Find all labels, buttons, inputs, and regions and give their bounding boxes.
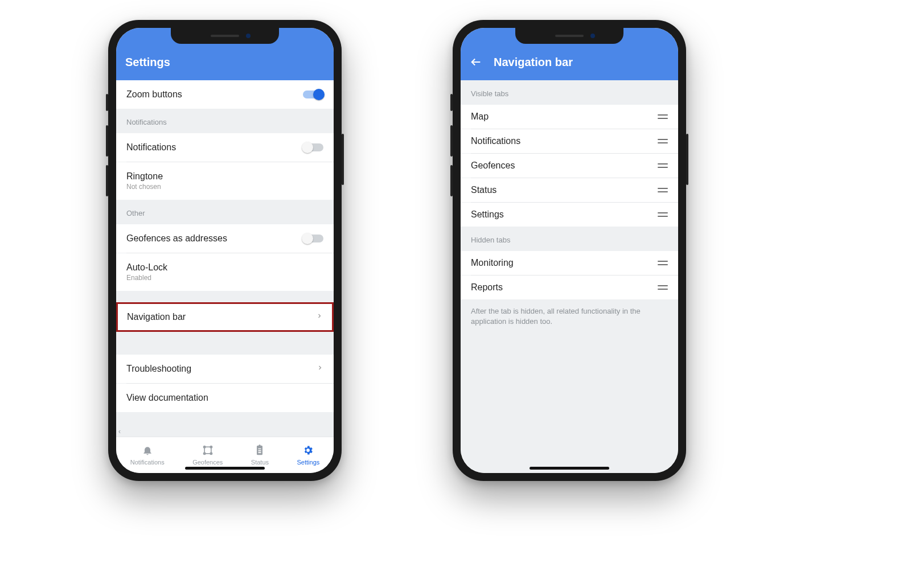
row-zoom-buttons[interactable]: Zoom buttons [116,80,334,109]
home-indicator[interactable] [530,467,609,470]
row-autolock[interactable]: Auto-Lock Enabled [116,253,334,291]
tab-label: Geofences [192,459,223,466]
hidden-item-reports[interactable]: Reports [461,276,678,299]
row-navigation-bar[interactable]: Navigation bar [116,302,334,332]
navbar-content: Visible tabs Map Notifications Geofences… [461,80,678,473]
bell-icon [142,445,153,457]
row-troubleshooting[interactable]: Troubleshooting [116,355,334,383]
ringtone-value: Not chosen [126,183,163,191]
svg-point-1 [203,446,205,448]
item-label: Reports [471,282,503,293]
visible-item-settings[interactable]: Settings [461,203,678,227]
notch [171,28,279,44]
visible-item-map[interactable]: Map [461,105,678,129]
page-title: Settings [125,56,170,69]
clipboard-icon [254,445,265,457]
item-label: Settings [471,209,504,220]
app-bar: Settings [116,47,334,80]
page-title: Navigation bar [494,56,573,69]
tab-label: Notifications [130,459,165,466]
item-label: Status [471,185,496,195]
row-ringtone[interactable]: Ringtone Not chosen [116,162,334,200]
chevron-right-icon [316,312,323,322]
drag-handle-icon[interactable] [658,114,668,119]
gear-icon [302,445,314,457]
row-geofences-addresses[interactable]: Geofences as addresses [116,224,334,253]
geofences-addr-toggle[interactable] [303,235,323,242]
zoom-label: Zoom buttons [126,89,182,100]
zoom-toggle[interactable] [303,91,323,98]
tab-status[interactable]: Status [251,445,269,466]
phone-frame-left: Settings Zoom buttons Notifications Noti… [108,20,342,481]
visible-item-status[interactable]: Status [461,178,678,202]
visible-item-notifications[interactable]: Notifications [461,129,678,153]
app-bar: Navigation bar [461,47,678,80]
tab-label: Status [251,459,269,466]
home-indicator[interactable] [185,467,265,470]
navbar-label: Navigation bar [127,312,186,322]
svg-point-4 [210,453,212,454]
polygon-icon [202,445,214,457]
drag-handle-icon[interactable] [658,139,668,143]
tab-settings[interactable]: Settings [297,445,320,466]
svg-point-2 [210,446,212,448]
drag-handle-icon[interactable] [658,261,668,265]
notifications-toggle[interactable] [303,143,323,151]
item-label: Notifications [471,136,520,146]
drag-handle-icon[interactable] [658,212,668,217]
section-notifications: Notifications [116,109,334,133]
tab-notifications[interactable]: Notifications [130,445,165,466]
scroll-left-caret-icon[interactable]: ‹ [118,427,121,435]
arrow-left-icon [470,56,482,68]
phone-frame-right: Navigation bar Visible tabs Map Notifica… [453,20,686,481]
chevron-right-icon [317,364,323,374]
ringtone-label: Ringtone [126,171,163,182]
visible-item-geofences[interactable]: Geofences [461,154,678,178]
item-label: Map [471,112,489,122]
autolock-value: Enabled [126,274,167,282]
section-visible: Visible tabs [461,80,678,105]
settings-content: Zoom buttons Notifications Notifications… [116,80,334,437]
drag-handle-icon[interactable] [658,163,668,168]
item-label: Monitoring [471,258,514,268]
section-other: Other [116,200,334,224]
section-hidden: Hidden tabs [461,227,678,251]
hidden-item-monitoring[interactable]: Monitoring [461,251,678,275]
item-label: Geofences [471,161,515,171]
tab-label: Settings [297,459,320,466]
notch [515,28,623,44]
svg-point-3 [203,453,205,454]
row-notifications[interactable]: Notifications [116,133,334,162]
drag-handle-icon[interactable] [658,285,668,290]
row-view-documentation[interactable]: View documentation [116,384,334,412]
autolock-label: Auto-Lock [126,262,167,273]
geofences-addr-label: Geofences as addresses [126,233,227,244]
docs-label: View documentation [126,393,208,403]
hidden-tabs-hint: After the tab is hidden, all related fun… [461,299,678,334]
drag-handle-icon[interactable] [658,188,668,192]
notifications-label: Notifications [126,142,176,153]
screen-settings: Settings Zoom buttons Notifications Noti… [116,28,334,473]
tab-geofences[interactable]: Geofences [192,445,223,466]
screen-navbar-editor: Navigation bar Visible tabs Map Notifica… [461,28,678,473]
troubleshooting-label: Troubleshooting [126,364,191,374]
back-button[interactable] [470,56,482,68]
